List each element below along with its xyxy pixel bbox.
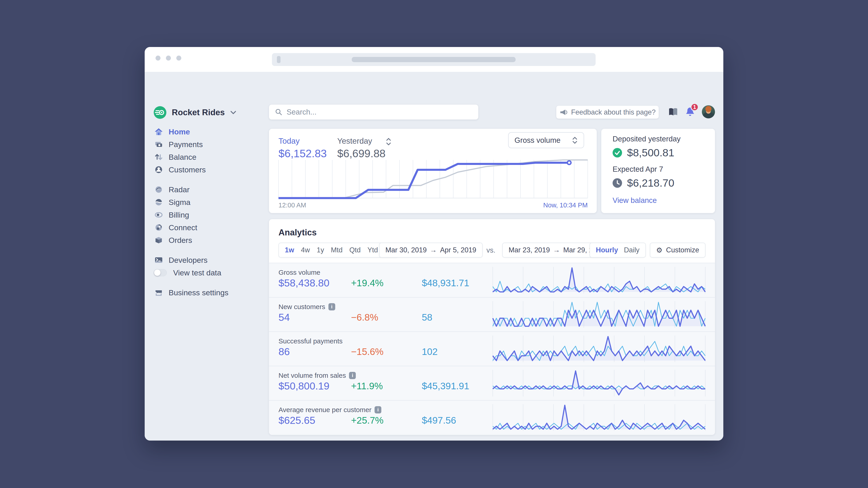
overview-chart	[278, 160, 588, 199]
analytics-toolbar: 1w 4w 1y Mtd Qtd Ytd All Mar 30, 2019 → …	[278, 242, 706, 258]
metric-current: $625.65	[278, 415, 315, 426]
info-icon[interactable]: i	[349, 372, 356, 379]
account-switcher[interactable]: Rocket Rides	[154, 106, 237, 119]
business-settings-icon	[154, 288, 164, 297]
sidebar-item-label: Business settings	[168, 288, 228, 297]
home-icon	[154, 127, 164, 137]
sidebar-item-label: Developers	[168, 256, 208, 265]
metric-select[interactable]: Gross volume	[508, 132, 584, 148]
payments-icon	[154, 139, 164, 149]
address-bar-url-placeholder	[352, 57, 516, 62]
gear-icon: ⚙	[656, 246, 662, 254]
metric-label: Net volume from sales	[278, 372, 346, 379]
metric-label: New customers	[278, 303, 325, 311]
notification-badge: 1	[690, 103, 699, 111]
sigma-icon	[154, 197, 164, 207]
balance-icon	[154, 152, 164, 162]
range-1y[interactable]: 1y	[317, 246, 324, 254]
sparkline-chart	[493, 370, 705, 396]
arrow-right-icon: →	[553, 246, 560, 254]
sidebar-item-label: Home	[168, 127, 190, 136]
sidebar-item-label: Connect	[168, 223, 197, 232]
metric-row-net-volume: Net volume from sales i $50,800.19 +11.9…	[269, 366, 715, 400]
billing-icon	[154, 210, 164, 220]
sidebar-item-developers[interactable]: Developers	[154, 254, 258, 266]
yesterday-tab[interactable]: Yesterday	[337, 136, 372, 145]
user-avatar[interactable]	[702, 105, 715, 119]
range-1w[interactable]: 1w	[285, 246, 294, 254]
range-mtd[interactable]: Mtd	[331, 246, 343, 254]
address-bar[interactable]	[272, 53, 596, 66]
sidebar: Rocket Rides Home Payments	[154, 72, 260, 441]
expected-value: $6,218.70	[627, 177, 674, 189]
metric-comparison: 58	[422, 312, 432, 323]
info-icon[interactable]: i	[375, 406, 381, 414]
metric-comparison: $497.56	[422, 415, 456, 426]
select-chevrons-icon	[572, 136, 578, 144]
info-icon[interactable]: i	[329, 303, 335, 311]
customize-button[interactable]: ⚙ Customize	[650, 242, 706, 258]
period-date-picker[interactable]: Mar 30, 2019 → Apr 5, 2019	[379, 242, 483, 258]
metric-change: +11.9%	[351, 381, 383, 392]
window-control-dot[interactable]	[156, 56, 160, 61]
search-input[interactable]: Search...	[269, 105, 478, 120]
period-start: Mar 30, 2019	[385, 246, 427, 254]
sidebar-item-connect[interactable]: Connect	[154, 221, 258, 234]
overview-card: Today Yesterday $6,152.83 $6,699.88 Gros…	[269, 129, 597, 213]
dashboard-app: Rocket Rides Home Payments	[145, 72, 723, 441]
metric-comparison: 102	[422, 346, 438, 357]
sidebar-item-payments[interactable]: Payments	[154, 138, 258, 151]
metric-label: Average revenue per customer	[278, 406, 371, 414]
deposited-row: $8,500.81	[613, 147, 674, 159]
docs-button[interactable]	[667, 106, 680, 119]
x-axis-end-label: Now, 10:34 PM	[543, 201, 588, 209]
chevron-down-icon	[230, 110, 237, 115]
today-tab[interactable]: Today	[278, 136, 300, 145]
metric-comparison: $48,931.71	[422, 278, 469, 289]
compare-sort-control[interactable]	[385, 138, 392, 147]
metric-rows: Gross volume $58,438.80 +19.4% $48,931.7…	[269, 263, 715, 435]
analytics-title: Analytics	[278, 228, 317, 237]
window-control-dot[interactable]	[176, 56, 181, 61]
metric-label: Successful payments	[278, 337, 342, 345]
sidebar-item-balance[interactable]: Balance	[154, 151, 258, 163]
window-controls	[156, 56, 181, 61]
feedback-label: Feedback about this page?	[571, 108, 656, 116]
window-control-dot[interactable]	[166, 56, 171, 61]
granularity-tabs: Hourly Daily	[590, 242, 646, 258]
clock-icon	[613, 178, 622, 188]
view-balance-link[interactable]: View balance	[613, 196, 657, 205]
metric-current: 86	[278, 346, 290, 358]
sidebar-item-sigma[interactable]: Sigma	[154, 196, 258, 208]
metric-row-new-customers: New customers i 54 −6.8% 58	[269, 297, 715, 332]
range-4w[interactable]: 4w	[301, 246, 310, 254]
metric-row-avg-revenue: Average revenue per customer i $625.65 +…	[269, 400, 715, 435]
expected-label: Expected Apr 7	[613, 165, 663, 173]
vs-label: vs.	[487, 246, 495, 254]
notifications-button[interactable]: 1	[684, 106, 696, 119]
sparkline-chart	[493, 267, 705, 293]
sidebar-item-label: Sigma	[168, 198, 190, 207]
metric-change: −15.6%	[351, 346, 383, 357]
granularity-daily[interactable]: Daily	[624, 246, 640, 254]
toggle-off-switch[interactable]	[154, 268, 167, 278]
sidebar-item-label: Orders	[168, 236, 192, 245]
sidebar-item-orders[interactable]: Orders	[154, 234, 258, 247]
sidebar-item-label: Balance	[168, 153, 196, 162]
browser-chrome	[145, 47, 723, 72]
metric-row-successful-payments: Successful payments 86 −15.6% 102	[269, 332, 715, 366]
sidebar-item-home[interactable]: Home	[154, 125, 258, 138]
sidebar-item-billing[interactable]: Billing	[154, 208, 258, 221]
range-ytd[interactable]: Ytd	[367, 246, 378, 254]
feedback-button[interactable]: Feedback about this page?	[556, 106, 659, 119]
granularity-hourly[interactable]: Hourly	[596, 246, 618, 254]
sidebar-item-radar[interactable]: Radar	[154, 183, 258, 196]
sparkline-chart	[493, 335, 705, 362]
sidebar-item-customers[interactable]: Customers	[154, 163, 258, 176]
sidebar-item-business-settings[interactable]: Business settings	[154, 286, 258, 299]
sidebar-toggle-test-data[interactable]: View test data	[154, 266, 258, 279]
range-qtd[interactable]: Qtd	[349, 246, 361, 254]
search-placeholder: Search...	[287, 108, 316, 116]
customize-label: Customize	[666, 246, 699, 254]
chart-end-marker	[567, 160, 572, 165]
